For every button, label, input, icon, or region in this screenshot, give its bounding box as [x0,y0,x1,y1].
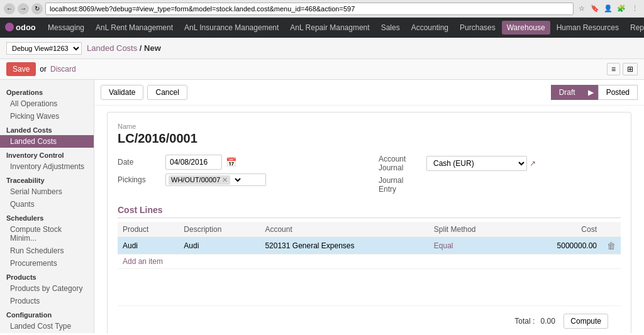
nav-warehouse[interactable]: Warehouse [502,21,550,35]
nav-purchases[interactable]: Purchases [455,21,501,35]
url-bar[interactable] [45,3,574,15]
cell-delete[interactable]: 🗑 [602,238,621,255]
compute-button[interactable]: Compute [564,314,608,329]
debug-bar: Debug View#1263 Landed Costs / New [0,38,644,59]
sidebar-item-types-of-operation[interactable]: Types of Operation [0,332,94,333]
form-fields: Date 📅 Pickings WH/OUT/00007 ✕ [118,155,621,197]
browser-bar: ← → ↻ ☆ 🔖 👤 🧩 ⋮ [0,0,644,18]
cell-account: 520131 General Expenses [260,238,428,255]
breadcrumb-parent[interactable]: Landed Costs [87,43,137,53]
sidebar-section-operations[interactable]: Operations [0,85,94,97]
pickings-dropdown[interactable] [230,175,243,185]
sidebar-section-products[interactable]: Products [0,270,94,282]
sidebar-item-landed-costs[interactable]: Landed Costs [0,135,94,148]
cell-cost: 5000000.00 [517,238,602,255]
nav-anl-repair[interactable]: AnL Repair Managment [285,21,374,35]
svg-text:odoo: odoo [16,23,36,32]
breadcrumb-separator: / [140,43,144,53]
nav-sales[interactable]: Sales [376,21,405,35]
sidebar-item-compute-stock[interactable]: Compute Stock Minim... [0,223,94,244]
toolbar: Save or Discard ≡ ⊞ [0,59,644,80]
sidebar-section-configuration[interactable]: Configuration [0,307,94,320]
sidebar-item-serial-numbers[interactable]: Serial Numbers [0,185,94,198]
back-button[interactable]: ← [4,3,15,14]
star-icon[interactable]: ☆ [576,3,587,14]
refresh-button[interactable]: ↻ [31,3,43,14]
sidebar-item-quants[interactable]: Quants [0,198,94,211]
app-nav: odoo Messaging AnL Rent Management AnL I… [0,18,644,38]
nav-reporting[interactable]: Reporting [625,21,644,35]
svg-point-0 [5,23,14,31]
sidebar-item-inventory-adjustments[interactable]: Inventory Adjustments [0,160,94,173]
nav-accounting[interactable]: Accounting [406,21,453,35]
account-journal-row: Account Journal Cash (EUR) ↗ [379,155,621,172]
date-picker-icon[interactable]: 📅 [226,157,236,167]
profile-icon[interactable]: 👤 [602,3,614,14]
cost-table-header-row: Product Description Account Split Method… [118,222,621,238]
sidebar-item-picking-waves[interactable]: Picking Waves [0,110,94,123]
list-view-icon[interactable]: ≡ [607,63,620,75]
pickings-tag-remove[interactable]: ✕ [222,176,228,184]
form-left-col: Date 📅 Pickings WH/OUT/00007 ✕ [118,155,360,197]
sidebar-section-schedulers[interactable]: Schedulers [0,211,94,223]
sidebar-item-procurements[interactable]: Procurements [0,257,94,270]
total-value: 0.00 [541,317,555,326]
sidebar-section-landed-costs[interactable]: Landed Costs [0,123,94,135]
sidebar: Operations All Operations Picking Waves … [0,80,94,333]
content-area: Validate Cancel Draft ▶ Posted Name LC/2… [94,80,644,333]
sidebar-item-run-schedulers[interactable]: Run Schedulers [0,244,94,257]
cell-description: Audi [179,238,260,255]
table-row[interactable]: Audi Audi 520131 General Expenses Equal … [118,238,621,255]
forward-button[interactable]: → [18,3,29,14]
account-journal-label: Account Journal [379,155,423,172]
or-label: or [40,65,47,74]
col-delete [602,222,621,238]
form-container: Name LC/2016/0001 Date 📅 Pickings WH/OUT… [107,112,631,333]
sidebar-item-all-operations[interactable]: All Operations [0,97,94,110]
nav-hr[interactable]: Human Resources [552,21,624,35]
pickings-input[interactable]: WH/OUT/00007 ✕ [165,173,266,186]
journal-external-link[interactable]: ↗ [530,159,536,168]
bookmark-icon[interactable]: 🔖 [589,3,601,14]
sidebar-section-traceability[interactable]: Traceability [0,173,94,185]
form-right-col: Account Journal Cash (EUR) ↗ Journal Ent… [379,155,621,197]
main-layout: Operations All Operations Picking Waves … [0,80,644,333]
grid-view-icon[interactable]: ⊞ [623,63,638,75]
status-arrow-button[interactable]: ▶ [584,85,598,100]
extension-icon[interactable]: 🧩 [616,3,627,14]
pickings-field-row: Pickings WH/OUT/00007 ✕ [118,173,360,186]
validate-button[interactable]: Validate [101,85,143,100]
sidebar-section-inventory-control[interactable]: Inventory Control [0,148,94,160]
status-draft-button[interactable]: Draft [551,85,584,100]
form-title: LC/2016/0001 [118,131,621,146]
status-posted-button[interactable]: Posted [598,85,638,100]
breadcrumb: Landed Costs / New [87,43,161,53]
date-input[interactable] [165,155,222,170]
sidebar-item-products[interactable]: Products [0,295,94,307]
account-journal-select[interactable]: Cash (EUR) [426,156,527,171]
cell-split-method[interactable]: Equal [429,238,517,255]
debug-view-select[interactable]: Debug View#1263 [6,42,82,55]
delete-row-button[interactable]: 🗑 [607,241,616,251]
menu-icon[interactable]: ⋮ [629,3,640,14]
odoo-logo: odoo [5,20,36,36]
nav-messaging[interactable]: Messaging [43,21,89,35]
discard-button[interactable]: Discard [50,65,76,74]
cancel-button[interactable]: Cancel [147,85,187,100]
nav-anl-insurance[interactable]: AnL Insurance Management [179,21,284,35]
col-description: Description [179,222,260,238]
date-field-row: Date 📅 [118,155,360,170]
cost-lines-table: Product Description Account Split Method… [118,222,621,255]
col-cost: Cost [517,222,602,238]
nav-anl-rent[interactable]: AnL Rent Management [91,21,178,35]
breadcrumb-current: New [144,43,161,53]
sidebar-item-products-by-category[interactable]: Products by Category [0,282,94,295]
add-item-link[interactable]: Add an item [118,255,168,268]
name-label: Name [118,123,621,130]
journal-entry-label: Journal Entry [379,176,423,194]
cell-product: Audi [118,238,179,255]
journal-row: Cash (EUR) ↗ [426,156,536,171]
sidebar-item-landed-cost-type[interactable]: Landed Cost Type [0,320,94,332]
save-button[interactable]: Save [6,62,36,76]
col-split-method: Split Method [429,222,517,238]
